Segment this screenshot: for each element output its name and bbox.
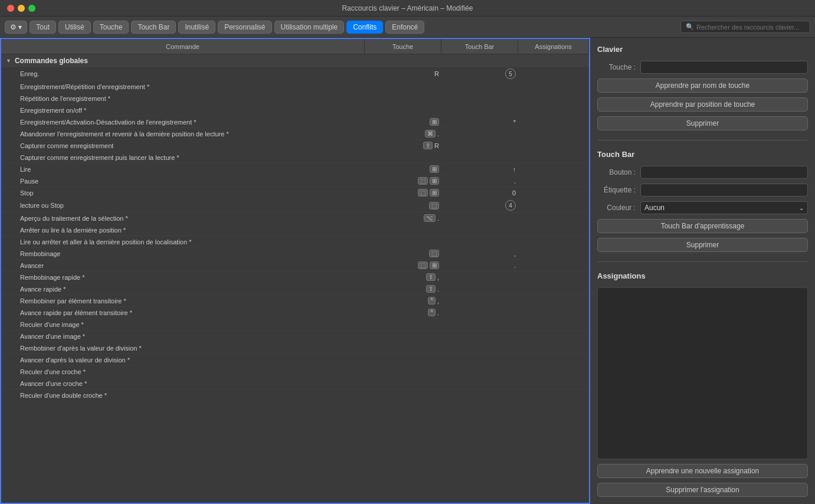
learn-assignment-button[interactable]: Apprendre une nouvelle assignation xyxy=(597,464,808,478)
learn-by-name-button[interactable]: Apprendre par nom de touche xyxy=(597,78,808,93)
row-commande: Avance rapide par élément transitoire * xyxy=(1,308,365,318)
triangle-icon: ▼ xyxy=(6,58,11,64)
table-row[interactable]: Enregistrement/Répétition d'enregistreme… xyxy=(1,81,589,93)
table-row[interactable]: Rembobiner d'après la valeur de division… xyxy=(1,342,589,354)
minimize-button[interactable] xyxy=(18,5,25,12)
filter-btn-tout[interactable]: Tout xyxy=(30,21,56,34)
row-assignations xyxy=(518,86,589,88)
row-touchbar xyxy=(441,335,518,338)
filter-btn-utilise[interactable]: Utilisé xyxy=(58,21,91,34)
table-row[interactable]: Aperçu du traitement de la sélection *⌥. xyxy=(1,212,589,224)
header-commande: Commande xyxy=(1,39,365,54)
table-row[interactable]: Avance rapide *⇧. xyxy=(1,283,589,295)
row-commande: Répétition de l'enregistrement * xyxy=(1,94,365,103)
table-row[interactable]: Enreg.R5 xyxy=(1,67,589,81)
table-row[interactable]: Capturer comme enregistrement puis lance… xyxy=(1,152,589,163)
learn-by-position-button[interactable]: Apprendre par position de touche xyxy=(597,97,808,112)
row-commande: Aperçu du traitement de la sélection * xyxy=(1,214,365,223)
touchbar-title: Touch Bar xyxy=(597,150,808,159)
table-row[interactable]: Répétition de l'enregistrement * xyxy=(1,93,589,104)
row-touche xyxy=(365,347,441,349)
search-input[interactable] xyxy=(696,24,805,31)
table-row[interactable]: Lire ou arrêter et aller à la dernière p… xyxy=(1,236,589,248)
row-touchbar xyxy=(441,312,518,314)
table-row[interactable]: Avancer d'une image * xyxy=(1,330,589,342)
close-button[interactable] xyxy=(7,5,14,12)
filter-btn-touchbar[interactable]: Touch Bar xyxy=(131,21,176,34)
bouton-input[interactable] xyxy=(640,166,808,179)
filter-btn-utilisation-multiple[interactable]: Utilisation multiple xyxy=(274,21,345,34)
table-row[interactable]: Reculer d'une image * xyxy=(1,319,589,330)
row-touchbar xyxy=(441,229,518,231)
row-touche: ⌥. xyxy=(365,213,441,223)
maximize-button[interactable] xyxy=(28,5,35,12)
table-row[interactable]: Abandonner l'enregistrement et revenir à… xyxy=(1,128,589,140)
table-row[interactable]: Lire⊞↑ xyxy=(1,163,589,175)
search-box[interactable]: 🔍 xyxy=(680,21,810,33)
row-commande: Enregistrement/Répétition d'enregistreme… xyxy=(1,82,365,91)
row-touche xyxy=(365,229,441,231)
row-commande: Capturer comme enregistrement xyxy=(1,141,365,150)
row-touche xyxy=(365,97,441,100)
row-assignations xyxy=(518,145,589,147)
row-commande: Reculer d'une double croche * xyxy=(1,391,365,400)
table-row[interactable]: Rembobiner par élément transitoire *^, xyxy=(1,295,589,307)
row-touchbar xyxy=(441,394,518,397)
table-panel: Commande Touche Touch Bar Assignations ▼… xyxy=(0,38,590,504)
row-commande: Enreg. xyxy=(1,69,365,78)
delete-assignment-button[interactable]: Supprimer l'assignation xyxy=(597,483,808,497)
etiquette-field-row: Étiquette : xyxy=(597,184,808,197)
row-touchbar: * xyxy=(441,117,518,127)
etiquette-label: Étiquette : xyxy=(597,186,636,194)
gear-button[interactable]: ⚙ ▾ xyxy=(5,21,27,34)
table-row[interactable]: Capturer comme enregistrement⇧R xyxy=(1,140,589,152)
touche-input[interactable] xyxy=(640,61,808,74)
row-touchbar xyxy=(441,371,518,373)
row-assignations xyxy=(518,359,589,361)
row-assignations xyxy=(518,204,589,207)
table-header: Commande Touche Touch Bar Assignations xyxy=(1,39,589,54)
group-header[interactable]: ▼Commandes globales xyxy=(1,54,589,67)
keyboard-delete-button[interactable]: Supprimer xyxy=(597,116,808,130)
row-assignations xyxy=(518,253,589,255)
couleur-select[interactable]: Aucun ⌄ xyxy=(640,201,808,214)
touchbar-learn-button[interactable]: Touch Bar d'apprentissage xyxy=(597,219,808,233)
filter-btn-personnalise[interactable]: Personnalisé xyxy=(218,21,271,34)
table-row[interactable]: Enregistrement on/off * xyxy=(1,104,589,116)
filter-btn-enfonce[interactable]: Enfoncé xyxy=(385,21,424,34)
table-row[interactable]: Stop⬚⊞0 xyxy=(1,187,589,199)
row-touche: ⊞ xyxy=(365,117,441,127)
table-row[interactable]: Rembobinage rapide *⇧, xyxy=(1,271,589,283)
filter-btn-inutilise[interactable]: Inutilisé xyxy=(178,21,215,34)
row-assignations xyxy=(518,156,589,159)
row-assignations xyxy=(518,121,589,123)
table-row[interactable]: Pause⬚⊞. xyxy=(1,175,589,187)
row-touchbar: , xyxy=(441,249,518,258)
row-commande: Avancer d'après la valeur de division * xyxy=(1,355,365,365)
filter-btn-touche[interactable]: Touche xyxy=(93,21,129,34)
row-touche xyxy=(365,241,441,243)
etiquette-input[interactable] xyxy=(640,184,808,197)
row-assignations xyxy=(518,347,589,349)
table-row[interactable]: Avance rapide par élément transitoire *^… xyxy=(1,307,589,319)
couleur-label: Couleur : xyxy=(597,204,636,212)
row-assignations xyxy=(518,288,589,290)
filter-buttons: ToutUtiliséToucheTouch BarInutiliséPerso… xyxy=(30,21,424,34)
table-row[interactable]: Avancer d'une croche * xyxy=(1,378,589,390)
table-row[interactable]: Rembobinage⬚, xyxy=(1,248,589,260)
table-row[interactable]: Avancer⬚⊞. xyxy=(1,260,589,271)
table-row[interactable]: Reculer d'une double croche * xyxy=(1,390,589,401)
search-icon: 🔍 xyxy=(686,23,694,31)
row-touche: ^. xyxy=(365,307,441,318)
filter-btn-conflits[interactable]: Conflits xyxy=(346,21,383,34)
table-row[interactable]: Arrêter ou lire à la dernière position * xyxy=(1,224,589,236)
row-commande: Lire ou arrêter et aller à la dernière p… xyxy=(1,237,365,247)
touchbar-delete-button[interactable]: Supprimer xyxy=(597,238,808,252)
row-assignations xyxy=(518,394,589,397)
row-commande: Enregistrement on/off * xyxy=(1,106,365,115)
table-row[interactable]: Enregistrement/Activation-Désactivation … xyxy=(1,116,589,128)
table-row[interactable]: Reculer d'une croche * xyxy=(1,366,589,378)
table-row[interactable]: Avancer d'après la valeur de division * xyxy=(1,354,589,366)
table-row[interactable]: lecture ou Stop⬚4 xyxy=(1,199,589,212)
row-commande: Avancer d'une image * xyxy=(1,332,365,341)
